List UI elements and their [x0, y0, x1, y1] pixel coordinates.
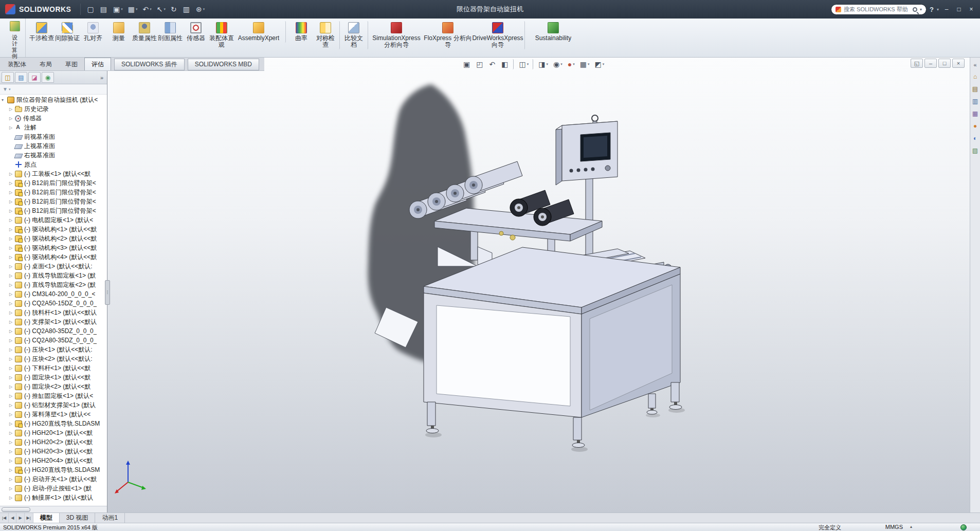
expand-arrow-icon[interactable]: ▷	[9, 338, 15, 343]
window-control-button[interactable]: ×	[967, 6, 976, 13]
view-tool-button[interactable]: ▣	[461, 59, 473, 69]
command-tab[interactable]: 评估	[84, 58, 111, 70]
expand-arrow-icon[interactable]: ▷	[9, 486, 15, 491]
panel-tab[interactable]: ◉	[42, 72, 54, 83]
ribbon-button[interactable]: 对称检查	[314, 21, 340, 49]
tree-horizontal-scrollbar[interactable]	[0, 506, 107, 512]
panel-splitter-handle[interactable]: ⁞	[105, 280, 110, 305]
window-control-button[interactable]: –	[942, 6, 951, 13]
ribbon-button[interactable]: Sustainability	[528, 21, 579, 43]
tree-item[interactable]: ▷ (-) 支撑架<1> (默认<<默认	[0, 317, 107, 326]
task-pane-icon[interactable]: ▤	[972, 85, 978, 93]
expand-arrow-icon[interactable]: ▷	[9, 292, 15, 297]
view-tool-button[interactable]: ◰	[474, 59, 486, 69]
ribbon-button[interactable]: 曲率	[288, 21, 314, 43]
ribbon-button[interactable]: 比较文档	[342, 21, 368, 49]
expand-arrow-icon[interactable]: ▷	[9, 394, 15, 398]
quick-tool-button[interactable]: ▤	[98, 4, 110, 14]
view-tool-button[interactable]: ● ▾	[566, 59, 577, 69]
tree-item[interactable]: 原点	[0, 160, 107, 169]
tree-item[interactable]: ▷ (-) HGH20<1> (默认<<默	[0, 428, 107, 437]
tree-item[interactable]: ▷ (-) 压块<1> (默认<<默认:	[0, 345, 107, 354]
ribbon-button[interactable]: FloXpress 分析向导	[422, 21, 474, 49]
graphics-area[interactable]: ▣ ◰ ↶ ◧ ◫	[107, 58, 970, 512]
units-selector[interactable]: MMGS	[885, 524, 903, 530]
ribbon-button[interactable]: 装配体直观	[209, 21, 234, 49]
tree-item[interactable]: ▷ (-) B12前后门限位臂骨架<	[0, 197, 107, 206]
expand-arrow-icon[interactable]: ▷	[9, 468, 15, 472]
expand-arrow-icon[interactable]: ▷	[9, 449, 15, 454]
chevron-down-icon[interactable]: ▾	[9, 87, 11, 91]
expand-arrow-icon[interactable]: ▷	[9, 246, 15, 250]
task-pane-icon[interactable]: ●	[973, 122, 977, 130]
tree-item[interactable]: ▷ (-) B12前后门限位臂骨架<	[0, 178, 107, 188]
tree-item[interactable]: ▷ 传感器	[0, 114, 107, 123]
expand-arrow-icon[interactable]: ▷	[9, 310, 15, 315]
ribbon-button[interactable]: 质量属性	[132, 21, 157, 43]
tree-item[interactable]: ▷ (-) 脱料杆<1> (默认<<默认	[0, 308, 107, 317]
expand-arrow-icon[interactable]: ▷	[9, 431, 15, 435]
expand-arrow-icon[interactable]: ▷	[9, 477, 15, 482]
tree-item[interactable]: ▷ (-) HG20直线导轨.SLDASM	[0, 465, 107, 474]
expand-arrow-icon[interactable]: ▷	[9, 125, 15, 130]
ribbon-button[interactable]: 剖面属性	[157, 21, 183, 43]
expand-arrow-icon[interactable]: ▷	[9, 375, 15, 380]
tree-item[interactable]: ▷ (-) 固定块<2> (默认<<默	[0, 382, 107, 391]
command-tab[interactable]: 装配体	[1, 59, 33, 70]
expand-arrow-icon[interactable]: ▷	[9, 181, 15, 186]
expand-arrow-icon[interactable]: ▷	[9, 273, 15, 278]
tree-item[interactable]: ▷ (-) 压块<2> (默认<<默认:	[0, 354, 107, 363]
task-pane-icon[interactable]: ◐	[973, 135, 977, 142]
tab-nav-button[interactable]: ◀	[9, 513, 16, 523]
panel-tab[interactable]: ◫	[2, 72, 14, 83]
expand-arrow-icon[interactable]: ▷	[9, 403, 15, 408]
ribbon-button[interactable]: 干涉检查	[29, 21, 55, 43]
filter-icon[interactable]: ▼	[3, 86, 8, 92]
ribbon-button[interactable]: 测量	[106, 21, 132, 43]
expand-arrow-icon[interactable]: ▷	[9, 347, 15, 352]
tree-item[interactable]: ▷ 注解	[0, 123, 107, 132]
quick-tool-button[interactable]: ↻	[169, 4, 180, 14]
tree-item[interactable]: ▷ (-) B12前后门限位臂骨架<	[0, 188, 107, 197]
search-icon[interactable]	[913, 7, 917, 12]
expand-arrow-icon[interactable]: ▷	[9, 255, 15, 260]
tree-item[interactable]: ▷ (-) CQ2A80-35DZ_0_0_0_	[0, 326, 107, 336]
panel-tab[interactable]: ◪	[28, 72, 41, 83]
task-pane-icon[interactable]: ⌂	[973, 73, 977, 80]
tree-item[interactable]: ▷ (-) 触摸屏<1> (默认<默认	[0, 493, 107, 502]
expand-arrow-icon[interactable]: ▷	[9, 116, 15, 121]
tree-item[interactable]: ▷ (-) 桌面<1> (默认<<默认:	[0, 262, 107, 271]
command-tab[interactable]: 布局	[33, 59, 59, 70]
tree-item[interactable]: ▷ (-) 启动-停止按钮<1> (默	[0, 484, 107, 493]
panel-tab[interactable]: ▤	[15, 72, 27, 83]
expand-arrow-icon[interactable]: ▷	[9, 412, 15, 417]
expand-arrow-icon[interactable]: ▷	[9, 320, 15, 324]
tree-item[interactable]: ▷ (-) HGH20<3> (默认<<默	[0, 447, 107, 456]
doc-window-button[interactable]: –	[924, 59, 937, 68]
doc-window-button[interactable]: ◱	[911, 59, 923, 68]
tree-item[interactable]: ▷ (-) 下料杆<1> (默认<<默	[0, 363, 107, 373]
tree-item[interactable]: 前视基准面	[0, 132, 107, 141]
expand-arrow-icon[interactable]: ▷	[9, 172, 15, 176]
expand-arrow-icon[interactable]: ▾	[2, 98, 7, 102]
window-control-button[interactable]: □	[954, 6, 964, 13]
expand-arrow-icon[interactable]: ▷	[9, 236, 15, 241]
tree-item[interactable]: ▷ (-) 直线导轨固定板<2> (默	[0, 280, 107, 289]
view-tool-button[interactable]: ◧	[499, 59, 514, 69]
document-tab[interactable]: 3D 视图	[60, 513, 96, 523]
design-study-button[interactable]: 设计算例 ▾	[4, 19, 26, 57]
tree-item[interactable]: ▷ (-) 推缸固定板<1> (默认<	[0, 391, 107, 400]
expand-arrow-icon[interactable]: ▷	[9, 264, 15, 269]
document-tab[interactable]: 模型	[33, 513, 60, 523]
command-tab[interactable]: 草图	[59, 59, 84, 70]
quick-tool-button[interactable]: ↖ ▾	[155, 4, 168, 14]
help-dropdown-icon[interactable]: ▾	[937, 7, 939, 12]
expand-arrow-icon[interactable]: ▷	[9, 227, 15, 232]
tab-nav-button[interactable]: ▶	[16, 513, 24, 523]
tree-item[interactable]: 右视基准面	[0, 151, 107, 160]
quick-tool-button[interactable]: ▢	[85, 4, 97, 14]
tree-item[interactable]: ▷ (-) 驱动机构<1> (默认<<默	[0, 225, 107, 234]
tree-item[interactable]: ▷ (-) 铝型材支撑架<1> (默认	[0, 400, 107, 410]
ribbon-button[interactable]: AssemblyXpert	[234, 21, 286, 43]
chevron-up-icon[interactable]: ▴	[910, 524, 912, 529]
